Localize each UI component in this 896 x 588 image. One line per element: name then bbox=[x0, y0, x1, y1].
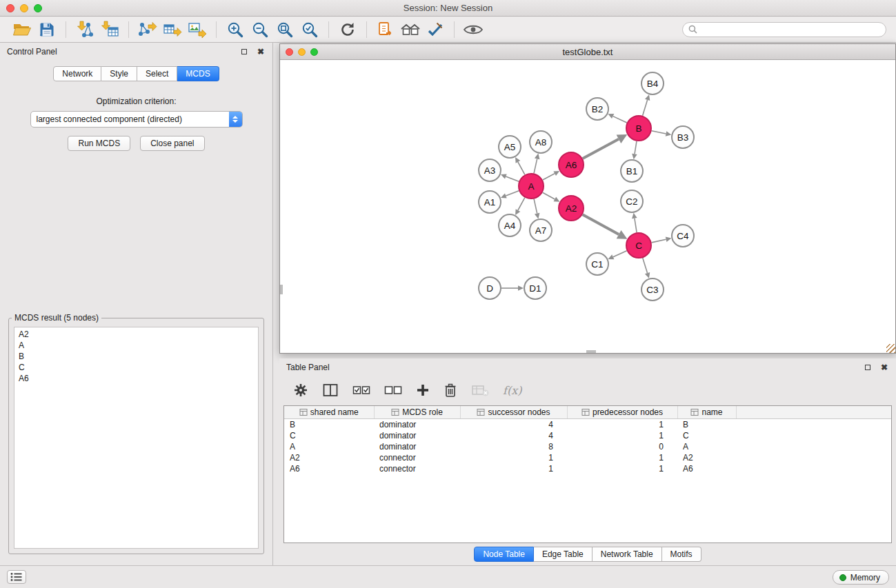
graph-node-A7[interactable]: A7 bbox=[530, 219, 552, 241]
table-cell[interactable]: A6 bbox=[677, 463, 736, 474]
minimize-network-window-button[interactable] bbox=[298, 48, 306, 56]
table-cell[interactable]: 4 bbox=[460, 430, 567, 441]
graph-edge-A-A8[interactable] bbox=[534, 154, 539, 174]
graph-edge-A-A7[interactable] bbox=[534, 199, 539, 219]
graph-node-A2[interactable]: A2 bbox=[559, 196, 584, 221]
table-cell[interactable]: 4 bbox=[460, 419, 567, 431]
graph-node-A4[interactable]: A4 bbox=[499, 214, 521, 236]
tab-style[interactable]: Style bbox=[101, 66, 137, 81]
tab-motifs[interactable]: Motifs bbox=[662, 547, 701, 562]
select-all-columns-button[interactable] bbox=[352, 383, 370, 397]
graph-edge-D-D1[interactable] bbox=[501, 285, 524, 291]
table-cell[interactable]: 1 bbox=[567, 452, 677, 463]
annotations-button[interactable] bbox=[423, 19, 448, 41]
graph-edge-B-B4[interactable] bbox=[643, 94, 650, 116]
table-row[interactable]: Bdominator41B bbox=[284, 419, 891, 431]
table-cell[interactable]: 1 bbox=[567, 430, 677, 441]
export-document-button[interactable] bbox=[373, 19, 398, 41]
graph-node-C[interactable]: C bbox=[626, 233, 651, 258]
graph-node-B4[interactable]: B4 bbox=[641, 72, 664, 94]
graph-edge-C-C4[interactable] bbox=[652, 237, 672, 243]
close-window-button[interactable] bbox=[6, 4, 14, 12]
memory-button[interactable]: Memory bbox=[833, 570, 889, 585]
run-mcds-button[interactable]: Run MCDS bbox=[68, 136, 130, 151]
table-cell[interactable]: 0 bbox=[567, 441, 677, 452]
graph-edge-C-C2[interactable] bbox=[632, 213, 637, 232]
graph-node-A8[interactable]: A8 bbox=[530, 131, 552, 153]
table-cell[interactable]: 1 bbox=[460, 452, 567, 463]
graph-edge-A2-C[interactable] bbox=[583, 214, 628, 239]
graph-edge-A-A6[interactable] bbox=[543, 171, 559, 180]
table-cell[interactable]: A6 bbox=[284, 463, 374, 474]
tab-network[interactable]: Network bbox=[53, 66, 101, 81]
graph-node-A3[interactable]: A3 bbox=[479, 159, 501, 181]
save-session-button[interactable] bbox=[34, 19, 59, 41]
graph-edge-B-B2[interactable] bbox=[608, 114, 626, 123]
table-cell[interactable]: B bbox=[677, 419, 736, 431]
table-cell[interactable]: C bbox=[677, 430, 736, 441]
float-panel-icon[interactable] bbox=[239, 47, 249, 57]
network-canvas-svg[interactable]: B4B2BB3A8A5A6A3B1AC2A1A2A4A7C4CC1DD1C3 bbox=[280, 61, 895, 353]
graph-edge-C-C1[interactable] bbox=[608, 251, 627, 259]
search-input[interactable] bbox=[701, 25, 880, 34]
zoom-in-button[interactable] bbox=[223, 19, 248, 41]
table-settings-button[interactable] bbox=[293, 383, 308, 398]
delete-table-button[interactable] bbox=[471, 383, 489, 397]
export-network-button[interactable] bbox=[135, 19, 160, 41]
table-cell[interactable]: A2 bbox=[677, 452, 736, 463]
delete-column-button[interactable] bbox=[444, 383, 457, 398]
table-cell[interactable]: A2 bbox=[284, 452, 374, 463]
graph-node-C1[interactable]: C1 bbox=[586, 253, 608, 275]
graph-node-B[interactable]: B bbox=[626, 116, 651, 141]
table-cell[interactable]: connector bbox=[374, 463, 460, 474]
import-network-button[interactable] bbox=[72, 19, 97, 41]
mcds-result-item[interactable]: C bbox=[14, 362, 258, 373]
table-cell[interactable]: dominator bbox=[374, 441, 460, 452]
zoom-out-button[interactable] bbox=[248, 19, 272, 41]
close-network-window-button[interactable] bbox=[286, 48, 293, 56]
export-table-button[interactable] bbox=[160, 19, 185, 41]
table-cell[interactable]: 1 bbox=[567, 419, 677, 431]
close-table-panel-icon[interactable]: ✖ bbox=[879, 363, 889, 372]
tab-node-table[interactable]: Node Table bbox=[474, 547, 534, 562]
graph-node-C4[interactable]: C4 bbox=[672, 225, 694, 247]
tab-select[interactable]: Select bbox=[137, 66, 177, 81]
table-cell[interactable]: dominator bbox=[374, 430, 460, 441]
column-header[interactable]: name bbox=[677, 406, 736, 419]
table-row[interactable]: A2connector11A2 bbox=[284, 452, 891, 463]
graph-node-D1[interactable]: D1 bbox=[524, 277, 546, 299]
graph-edge-C-C3[interactable] bbox=[643, 258, 650, 278]
mcds-result-item[interactable]: A bbox=[14, 340, 258, 351]
float-table-panel-icon[interactable] bbox=[863, 363, 873, 372]
open-file-button[interactable] bbox=[10, 19, 34, 41]
table-cell[interactable]: 1 bbox=[460, 463, 567, 474]
search-field[interactable] bbox=[682, 22, 886, 37]
graph-node-C2[interactable]: C2 bbox=[621, 190, 643, 212]
graph-node-B1[interactable]: B1 bbox=[621, 160, 643, 182]
zoom-window-button[interactable] bbox=[34, 4, 42, 12]
graph-edge-A-A2[interactable] bbox=[543, 192, 560, 202]
table-cell[interactable]: A bbox=[677, 441, 736, 452]
table-row[interactable]: A6connector11A6 bbox=[284, 463, 891, 474]
criterion-dropdown[interactable]: largest connected component (directed) bbox=[30, 111, 243, 128]
graph-node-A1[interactable]: A1 bbox=[479, 191, 501, 213]
graph-node-D[interactable]: D bbox=[479, 277, 501, 299]
close-panel-icon[interactable]: ✖ bbox=[256, 47, 266, 57]
network-canvas[interactable]: B4B2BB3A8A5A6A3B1AC2A1A2A4A7C4CC1DD1C3 bbox=[280, 61, 895, 353]
minimize-window-button[interactable] bbox=[20, 4, 28, 12]
import-table-button[interactable] bbox=[97, 19, 122, 41]
column-header[interactable]: predecessor nodes bbox=[567, 406, 677, 419]
resize-grip[interactable] bbox=[886, 344, 895, 353]
graph-edge-A6-B[interactable] bbox=[583, 134, 628, 159]
show-graphics-details-button[interactable] bbox=[461, 19, 486, 41]
tab-mcds[interactable]: MCDS bbox=[177, 66, 219, 81]
graph-edge-A-A1[interactable] bbox=[501, 191, 519, 199]
create-column-button[interactable] bbox=[416, 383, 430, 397]
table-cell[interactable]: 1 bbox=[567, 463, 677, 474]
tab-network-table[interactable]: Network Table bbox=[593, 547, 662, 562]
graph-edge-A-A5[interactable] bbox=[515, 157, 525, 174]
table-row[interactable]: Cdominator41C bbox=[284, 430, 891, 441]
table-cell[interactable]: dominator bbox=[374, 419, 460, 431]
zoom-selected-button[interactable] bbox=[297, 19, 322, 41]
graph-node-C3[interactable]: C3 bbox=[641, 278, 664, 301]
